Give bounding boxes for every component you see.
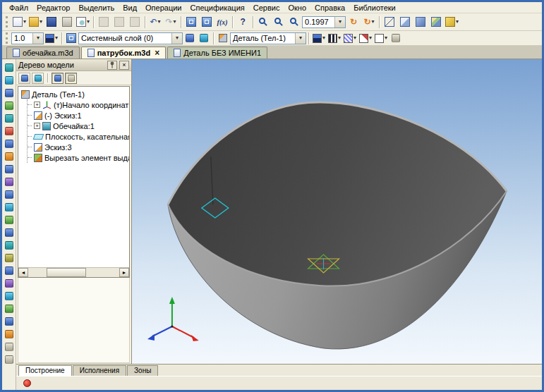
tree-item-shell[interactable]: + Обечайка:1 xyxy=(28,121,129,131)
tree-item-tangent-plane[interactable]: Плоскость, касательная к xyxy=(28,131,129,142)
compact-panel-button[interactable] xyxy=(3,61,16,73)
layer-combo[interactable]: Системный слой (0) ▾ xyxy=(78,32,183,44)
cut-button[interactable] xyxy=(96,15,111,30)
compact-panel-button[interactable] xyxy=(3,226,16,238)
scroll-right-arrow[interactable]: ► xyxy=(119,268,129,277)
compact-panel-button[interactable] xyxy=(3,112,16,124)
compact-panel-button[interactable] xyxy=(3,239,16,251)
tab-close-icon[interactable]: × xyxy=(155,49,159,56)
tab-unnamed-part[interactable]: Деталь БЕЗ ИМЕНИ1 xyxy=(167,47,267,59)
redo-button[interactable]: ↷▾ xyxy=(163,15,179,30)
compact-panel-button[interactable] xyxy=(3,137,16,149)
toolbar-grip[interactable] xyxy=(6,32,9,44)
pin-button[interactable] xyxy=(107,61,117,70)
settings-button[interactable] xyxy=(389,32,403,44)
tab-construction[interactable]: Построение xyxy=(18,365,72,376)
print-button[interactable] xyxy=(59,15,75,30)
text-style-button[interactable]: ▾ xyxy=(373,32,389,44)
hidden-lines-view-button[interactable] xyxy=(397,15,413,30)
compact-panel-button[interactable] xyxy=(3,353,16,365)
tree-parameters-button[interactable] xyxy=(65,73,77,84)
compact-panel-button[interactable] xyxy=(3,74,16,86)
color-picker-button[interactable]: ▾ xyxy=(311,32,327,44)
context-help-button[interactable]: ? xyxy=(235,15,250,30)
menu-editor[interactable]: Редактор xyxy=(32,3,74,13)
compact-panel-button[interactable] xyxy=(3,176,16,188)
current-part-combo[interactable]: Деталь (Тел-1) ▾ xyxy=(230,32,306,44)
current-part-button[interactable] xyxy=(216,32,230,44)
shaded-edges-view-button[interactable] xyxy=(428,15,444,30)
compact-panel-button[interactable] xyxy=(3,125,16,137)
compact-panel-button[interactable] xyxy=(3,264,16,276)
arrow-style-button[interactable]: ▾ xyxy=(358,32,373,44)
refresh-view-button[interactable]: ↻ xyxy=(346,15,361,30)
expand-icon[interactable]: + xyxy=(34,102,40,108)
menu-service[interactable]: Сервис xyxy=(249,3,284,13)
tree-item-sketch1[interactable]: (-) Эскиз:1 xyxy=(28,110,129,121)
menu-select[interactable]: Выделить xyxy=(74,3,119,13)
menu-help[interactable]: Справка xyxy=(310,3,349,13)
line-style-button[interactable]: ▾ xyxy=(327,32,342,44)
tab-obechayka[interactable]: обечайка.m3d xyxy=(6,47,80,59)
expand-icon[interactable]: + xyxy=(34,123,40,129)
menu-file[interactable]: Файл xyxy=(5,3,32,13)
zoom-in-button[interactable] xyxy=(255,15,271,30)
menu-specification[interactable]: Спецификация xyxy=(186,3,249,13)
save-button[interactable] xyxy=(44,15,59,30)
tree-structure-button[interactable] xyxy=(18,73,30,84)
properties-button[interactable] xyxy=(183,15,199,30)
tree-item-cut-extrude[interactable]: Вырезать элемент выдав xyxy=(28,152,129,163)
compact-panel-button[interactable] xyxy=(3,87,16,99)
layers-button[interactable] xyxy=(64,32,78,44)
style-button[interactable]: ▾ xyxy=(44,32,59,44)
compact-panel-button[interactable] xyxy=(3,201,16,213)
grid-button[interactable] xyxy=(197,32,211,44)
wireframe-view-button[interactable] xyxy=(382,15,397,30)
copy-button[interactable] xyxy=(111,15,127,30)
viewport-3d[interactable] xyxy=(132,59,542,364)
open-document-button[interactable]: ▾ xyxy=(28,15,44,30)
variables-button[interactable]: f(x) xyxy=(214,15,230,30)
zoom-rectangle-button[interactable] xyxy=(286,15,302,30)
tab-zones[interactable]: Зоны xyxy=(127,365,158,376)
line-width-combo[interactable]: 1.0 ▾ xyxy=(11,32,44,44)
compact-panel-button[interactable] xyxy=(3,277,16,289)
print-preview-button[interactable]: ▾ xyxy=(75,15,91,30)
tree-item-root[interactable]: Деталь (Тел-1) xyxy=(21,89,129,99)
scroll-thumb[interactable] xyxy=(47,268,86,277)
undo-button[interactable]: ↶▾ xyxy=(147,15,163,30)
paste-button[interactable] xyxy=(127,15,143,30)
tab-patrubok[interactable]: патрубок.m3d × xyxy=(81,47,167,59)
compact-panel-button[interactable] xyxy=(3,99,16,111)
tab-versions[interactable]: Исполнения xyxy=(73,365,126,376)
orientation-button[interactable]: ▾ xyxy=(444,15,460,30)
tree-item-sketch3[interactable]: Эскиз:3 xyxy=(28,142,129,152)
rotate-view-button[interactable]: ↻▾ xyxy=(361,15,377,30)
compact-panel-button[interactable] xyxy=(3,290,16,302)
tree-relations-button[interactable] xyxy=(52,73,64,84)
compact-panel-button[interactable] xyxy=(3,214,16,226)
shaded-view-button[interactable] xyxy=(413,15,428,30)
menu-operations[interactable]: Операции xyxy=(141,3,186,13)
tree-item-origin[interactable]: + (т)Начало координат xyxy=(28,99,129,110)
compact-panel-button[interactable] xyxy=(3,302,16,314)
new-document-button[interactable]: ▾ xyxy=(11,15,28,30)
compact-panel-button[interactable] xyxy=(3,328,16,340)
toolbar-grip[interactable] xyxy=(6,16,9,27)
zoom-out-button[interactable] xyxy=(271,15,286,30)
compact-panel-button[interactable] xyxy=(3,252,16,264)
zoom-scale-combo[interactable]: 0.1997 ▾ xyxy=(302,16,346,28)
compact-panel-button[interactable] xyxy=(3,188,16,200)
layer-settings-button[interactable] xyxy=(183,32,197,44)
menu-window[interactable]: Окно xyxy=(284,3,310,13)
tree-horizontal-scrollbar[interactable]: ◄ ► xyxy=(18,267,129,277)
compact-panel-button[interactable] xyxy=(3,315,16,327)
close-panel-button[interactable]: × xyxy=(119,61,129,70)
compact-panel-button[interactable] xyxy=(3,163,16,175)
menu-view[interactable]: Вид xyxy=(119,3,141,13)
record-indicator-icon[interactable] xyxy=(23,379,31,387)
compact-panel-button[interactable] xyxy=(3,150,16,162)
compact-panel-button[interactable] xyxy=(3,341,16,353)
scroll-left-arrow[interactable]: ◄ xyxy=(18,268,28,277)
object-manager-button[interactable] xyxy=(199,15,214,30)
